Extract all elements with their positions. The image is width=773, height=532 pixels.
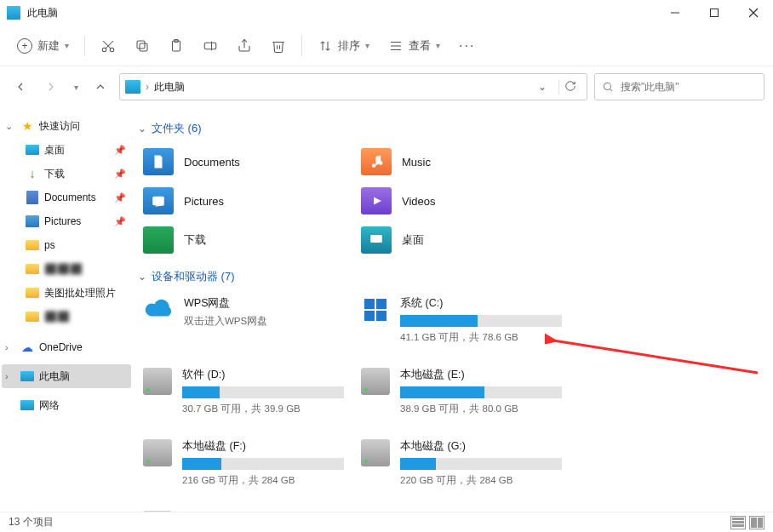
folder-item[interactable]: 下载 <box>138 223 349 257</box>
trash-icon <box>271 38 286 54</box>
drive-item[interactable]: 本地磁盘 (G:)220 GB 可用，共 284 GB <box>356 436 567 490</box>
navigation-row: ▾ › 此电脑 ⌄ <box>0 66 773 107</box>
rename-button[interactable] <box>194 33 226 59</box>
folder-item[interactable]: 桌面 <box>356 223 567 257</box>
status-item-count: 13 个项目 <box>9 515 54 529</box>
sidebar-item-pictures[interactable]: Pictures 📌 <box>2 209 131 233</box>
sidebar-item-label: Pictures <box>44 215 81 227</box>
details-view-button[interactable] <box>730 516 746 529</box>
hdd-icon <box>361 439 390 466</box>
group-label: 设备和驱动器 (7) <box>152 269 235 284</box>
main-content: ⌄ 文件夹 (6) DocumentsMusicPicturesVideos下载… <box>133 107 773 512</box>
back-button[interactable] <box>9 75 32 99</box>
copy-icon <box>135 38 150 54</box>
rename-icon <box>203 38 218 54</box>
folders-grid: DocumentsMusicPicturesVideos下载桌面 <box>138 145 766 257</box>
title-bar: 此电脑 <box>0 0 773 26</box>
pin-icon: 📌 <box>114 216 126 227</box>
sidebar-item-meitu[interactable]: 美图批处理照片 <box>2 281 131 305</box>
pin-icon: 📌 <box>114 192 126 203</box>
address-dropdown[interactable]: ⌄ <box>535 81 550 93</box>
chevron-down-icon: ▾ <box>365 41 369 50</box>
more-button[interactable]: ··· <box>450 33 484 59</box>
sort-button[interactable]: 排序 ▾ <box>309 33 378 59</box>
folder-item[interactable]: Videos <box>356 184 567 218</box>
group-header-folders[interactable]: ⌄ 文件夹 (6) <box>138 121 766 136</box>
sidebar-label: 此电脑 <box>39 369 70 384</box>
folder-item[interactable]: Music <box>356 145 567 179</box>
sidebar-quick-access[interactable]: ⌄ ★ 快速访问 <box>2 114 131 138</box>
sidebar-item-label: 美图批处理照片 <box>44 286 116 300</box>
sidebar-onedrive[interactable]: › ☁ OneDrive <box>2 335 131 359</box>
drive-name: 本地磁盘 (E:) <box>400 368 562 382</box>
share-icon <box>237 38 252 54</box>
folder-thumb-icon <box>143 148 174 175</box>
search-icon <box>602 81 614 93</box>
plus-icon: + <box>17 38 32 54</box>
chevron-right-icon: › <box>5 342 15 352</box>
folder-item[interactable]: Pictures <box>138 184 349 218</box>
download-icon: ↓ <box>26 167 39 180</box>
drive-capacity-bar <box>400 315 562 327</box>
drive-item[interactable]: 本地磁盘 (F:)216 GB 可用，共 284 GB <box>138 436 349 490</box>
breadcrumb[interactable]: 此电脑 <box>154 80 185 94</box>
breadcrumb-separator: › <box>146 81 149 93</box>
drive-capacity-bar <box>182 458 344 470</box>
sidebar-label: 网络 <box>39 398 60 413</box>
drive-item[interactable]: 本地磁盘 (E:)38.9 GB 可用，共 80.0 GB <box>356 364 567 419</box>
share-button[interactable] <box>228 33 261 59</box>
search-input[interactable] <box>619 80 757 94</box>
close-button[interactable] <box>734 0 773 26</box>
new-button[interactable]: + 新建 ▾ <box>9 33 77 59</box>
icons-view-button[interactable] <box>749 516 764 529</box>
maximize-button[interactable] <box>695 0 734 26</box>
drive-item[interactable]: WPS网盘双击进入WPS网盘 <box>138 293 349 347</box>
sidebar-item-downloads[interactable]: ↓ 下载 📌 <box>2 162 131 186</box>
separator <box>301 36 302 56</box>
folder-icon <box>26 264 39 274</box>
search-box[interactable] <box>594 73 764 100</box>
paste-button[interactable] <box>160 33 192 59</box>
sidebar-label: 快速访问 <box>39 119 80 134</box>
this-pc-icon <box>20 371 34 381</box>
delete-button[interactable] <box>262 33 295 59</box>
drive-item[interactable]: 系统 (C:)41.1 GB 可用，共 78.6 GB <box>356 293 567 347</box>
drive-item[interactable]: 软件 (D:)30.7 GB 可用，共 39.9 GB <box>138 364 349 419</box>
cut-button[interactable] <box>92 33 124 59</box>
refresh-button[interactable] <box>558 80 581 94</box>
recent-button[interactable]: ▾ <box>70 75 82 99</box>
sidebar-item-ps[interactable]: ps <box>2 233 131 257</box>
scissors-icon <box>100 38 116 54</box>
svg-rect-9 <box>137 41 145 49</box>
group-header-devices[interactable]: ⌄ 设备和驱动器 (7) <box>138 269 766 284</box>
app-icon <box>7 6 20 20</box>
copy-button[interactable] <box>126 33 158 59</box>
svg-point-21 <box>379 161 383 165</box>
up-button[interactable] <box>89 75 112 99</box>
forward-button[interactable] <box>39 75 63 99</box>
drive-subtext: 220 GB 可用，共 284 GB <box>400 474 562 487</box>
sidebar-item-documents[interactable]: Documents 📌 <box>2 186 131 209</box>
pictures-icon <box>26 215 39 227</box>
minimize-button[interactable] <box>656 0 695 26</box>
folder-label: Documents <box>184 156 240 169</box>
folder-item[interactable]: Documents <box>138 145 349 179</box>
svg-point-23 <box>155 199 157 202</box>
chevron-down-icon: ⌄ <box>5 121 15 132</box>
windows-drive-icon <box>361 296 390 323</box>
folder-thumb-icon <box>143 187 174 215</box>
sidebar-item-redacted-1[interactable]: ⬛⬛⬛ <box>2 257 131 281</box>
sidebar-this-pc[interactable]: › 此电脑 <box>2 364 131 388</box>
hdd-icon <box>361 368 390 395</box>
address-bar[interactable]: › 此电脑 ⌄ <box>119 73 587 100</box>
sidebar-item-redacted-2[interactable]: ⬛⬛ <box>2 305 131 329</box>
chevron-right-icon: › <box>5 371 15 381</box>
view-button[interactable]: 查看 ▾ <box>380 33 449 59</box>
sidebar-item-desktop[interactable]: 桌面 📌 <box>2 138 131 162</box>
sidebar-network[interactable]: 网络 <box>2 393 131 417</box>
folder-thumb-icon <box>361 187 392 215</box>
group-label: 文件夹 (6) <box>152 121 202 136</box>
sidebar-item-label: ⬛⬛⬛ <box>44 263 83 275</box>
folder-label: Music <box>402 156 431 169</box>
svg-rect-1 <box>711 9 719 17</box>
